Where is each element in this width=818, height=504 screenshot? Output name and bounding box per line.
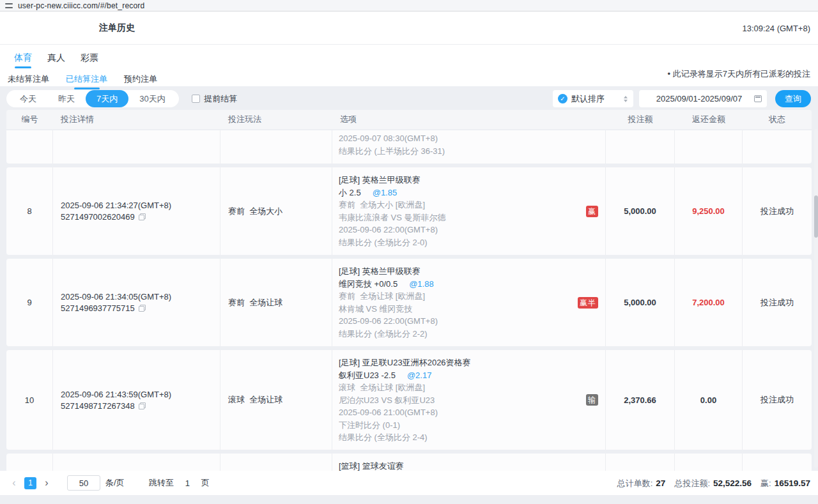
option-detail-line: 2025-09-06 21:00(GMT+8) — [339, 406, 599, 419]
stake-cell — [606, 130, 675, 164]
odds-value: @1.88 — [409, 279, 434, 289]
result-badge: 赢 — [586, 206, 598, 217]
category-tabs: 体育 真人 彩票 — [0, 45, 818, 70]
play-type-cell: 赛前 全场大小 — [220, 167, 332, 255]
bet-detail-cell: 2025-09-06 21:34:05(GMT+8)52714969377757… — [53, 259, 220, 346]
date-range-picker[interactable]: 2025/09/01-2025/09/07 — [639, 90, 767, 107]
browser-url-bar: user-pc-new.ciiicc.com/#/bet_record — [0, 0, 818, 11]
jump-page-value[interactable]: 1 — [185, 478, 190, 488]
col-number: 编号 — [6, 110, 53, 129]
table-row: 102025-09-06 21:43:59(GMT+8)527149871726… — [6, 350, 812, 450]
option-detail-line: 赛前 全场让球 [欧洲盘] — [339, 290, 599, 303]
range-30days[interactable]: 30天内 — [128, 90, 176, 107]
page-number-button[interactable]: 1 — [24, 477, 36, 489]
early-settlement-checkbox[interactable] — [192, 95, 200, 103]
league-name: [足球] 英格兰甲级联赛 — [339, 174, 599, 187]
pick-selection: 维冈竞技 +0/0.5 — [339, 279, 397, 289]
url-text[interactable]: user-pc-new.ciiicc.com/#/bet_record — [18, 1, 144, 10]
total-stake: 总投注额:52,522.56 — [674, 477, 752, 489]
option-detail-line: 2025-09-06 22:00(GMT+8) — [339, 315, 599, 328]
payout-cell: 0.00 — [675, 350, 743, 450]
subtab-reserved[interactable]: 预约注单 — [124, 73, 157, 90]
early-settlement-filter: 提前结算 — [192, 90, 237, 107]
payout-cell — [675, 454, 743, 471]
col-payout: 返还金额 — [675, 110, 743, 129]
range-today[interactable]: 今天 — [9, 90, 47, 107]
option-detail-line: 韦康比流浪者 VS 曼斯菲尔德 — [339, 211, 599, 224]
bet-id-line: 5271498717267348 — [61, 401, 220, 411]
next-page-button[interactable]: › — [40, 477, 53, 489]
sort-select[interactable]: ✓ 默认排序 — [553, 90, 633, 107]
sort-caret-icon — [623, 96, 628, 102]
range-yesterday[interactable]: 昨天 — [47, 90, 86, 107]
tab-sports[interactable]: 体育 — [14, 52, 32, 70]
date-range-value: 2025/09/01-2025/09/07 — [644, 94, 754, 103]
subtab-settled[interactable]: 已结算注单 — [66, 73, 107, 90]
bet-detail-cell — [53, 454, 220, 471]
option-detail-line: 下注时比分 (0-1) — [339, 419, 599, 432]
table-header: 编号 投注详情 投注玩法 选项 投注额 返还金额 状态 — [6, 110, 812, 129]
copy-icon[interactable] — [139, 213, 146, 220]
scrollbar-thumb[interactable] — [814, 195, 818, 238]
option-cell: [足球] 英格兰甲级联赛维冈竞技 +0/0.5@1.88赛前 全场让球 [欧洲盘… — [332, 259, 606, 346]
col-status: 状态 — [743, 110, 812, 129]
play-type-cell: 滚球 全场让球 — [220, 350, 332, 450]
table-row: 82025-09-06 21:34:27(GMT+8)5271497002620… — [6, 167, 812, 255]
option-cell: [篮球] 篮球友谊赛 — [332, 454, 606, 471]
stake-cell — [606, 454, 675, 471]
prev-page-button[interactable]: ‹ — [8, 477, 20, 489]
copy-icon[interactable] — [139, 305, 146, 312]
result-badge: 输 — [586, 394, 598, 406]
tab-live[interactable]: 真人 — [47, 52, 65, 70]
option-detail-line: 赛前 全场大小 [欧洲盘] — [339, 199, 599, 211]
calendar-icon — [754, 95, 762, 102]
bet-time: 2025-09-06 21:34:05(GMT+8) — [61, 292, 220, 302]
option-detail-line: 2025-09-06 22:00(GMT+8) — [339, 224, 599, 236]
stake-cell: 5,000.00 — [606, 259, 675, 346]
jump-page-suffix: 页 — [201, 477, 210, 489]
bet-id: 5271497002620469 — [61, 212, 135, 222]
sort-select-value: 默认排序 — [571, 93, 619, 105]
result-badge: 赢半 — [578, 297, 598, 309]
row-number-cell: 8 — [6, 167, 53, 255]
option-detail-line: 结果比分 (全场比分 2-0) — [339, 236, 599, 249]
bet-detail-cell: 2025-09-06 21:43:59(GMT+8)52714987172673… — [53, 350, 220, 450]
option-detail-line: 滚球 全场让球 [欧洲盘] — [339, 381, 599, 394]
bet-id-line: 5271496937775715 — [61, 303, 220, 313]
col-option: 选项 — [332, 110, 606, 129]
early-settlement-label: 提前结算 — [204, 93, 237, 105]
footer-bar: ‹ 1 › 条/页 跳转至 1 页 总计单数:27 总投注额:52,522.56… — [0, 471, 818, 495]
play-type-cell: 赛前 全场让球 — [220, 259, 332, 346]
range-7days[interactable]: 7天内 — [86, 90, 128, 107]
page-size-input[interactable] — [67, 475, 100, 491]
league-name: [篮球] 篮球友谊赛 — [339, 460, 599, 471]
subtab-unsettled[interactable]: 未结算注单 — [8, 73, 49, 90]
option-detail-line: 结果比分 (上半场比分 36-31) — [339, 145, 599, 158]
row-number-cell: 9 — [6, 259, 53, 346]
table-row: 92025-09-06 21:34:05(GMT+8)5271496937775… — [6, 259, 812, 346]
tab-zone: 体育 真人 彩票 未结算注单 已结算注单 预约注单 • 此记录将显示7天内所有已… — [0, 45, 818, 86]
copy-icon[interactable] — [139, 402, 146, 409]
payout-cell: 9,250.00 — [675, 167, 743, 255]
page-header: 注单历史 13:09:24 (GMT+8) — [0, 11, 818, 45]
play-type-cell — [220, 454, 332, 471]
col-play: 投注玩法 — [220, 110, 332, 129]
tab-lottery[interactable]: 彩票 — [81, 52, 98, 70]
page-size-unit: 条/页 — [105, 477, 125, 489]
pick-line: 叙利亚U23 -2.5@2.17 — [339, 369, 599, 382]
filter-bar: 今天 昨天 7天内 30天内 提前结算 ✓ 默认排序 2025/09/01-20… — [6, 90, 812, 107]
pick-selection: 小 2.5 — [339, 188, 361, 197]
site-settings-icon[interactable] — [5, 3, 13, 9]
check-circle-icon: ✓ — [558, 94, 567, 103]
bet-id-line: 5271497002620469 — [61, 212, 220, 222]
row-number-cell — [6, 130, 53, 164]
search-button[interactable]: 查询 — [775, 90, 811, 107]
jump-to-label: 跳转至 — [149, 477, 174, 489]
table-row: 2025-09-07 08:30(GMT+8)结果比分 (上半场比分 36-31… — [6, 130, 812, 164]
status-cell: 投注成功 — [743, 350, 812, 450]
bet-detail-cell: 2025-09-06 21:34:27(GMT+8)52714970026204… — [53, 167, 220, 255]
option-cell: [足球] 亚足联U23亚洲杯2026资格赛叙利亚U23 -2.5@2.17滚球 … — [332, 350, 606, 450]
bet-id: 5271498717267348 — [61, 401, 135, 411]
total-count: 总计单数:27 — [617, 477, 666, 489]
server-time: 13:09:24 (GMT+8) — [742, 23, 810, 33]
